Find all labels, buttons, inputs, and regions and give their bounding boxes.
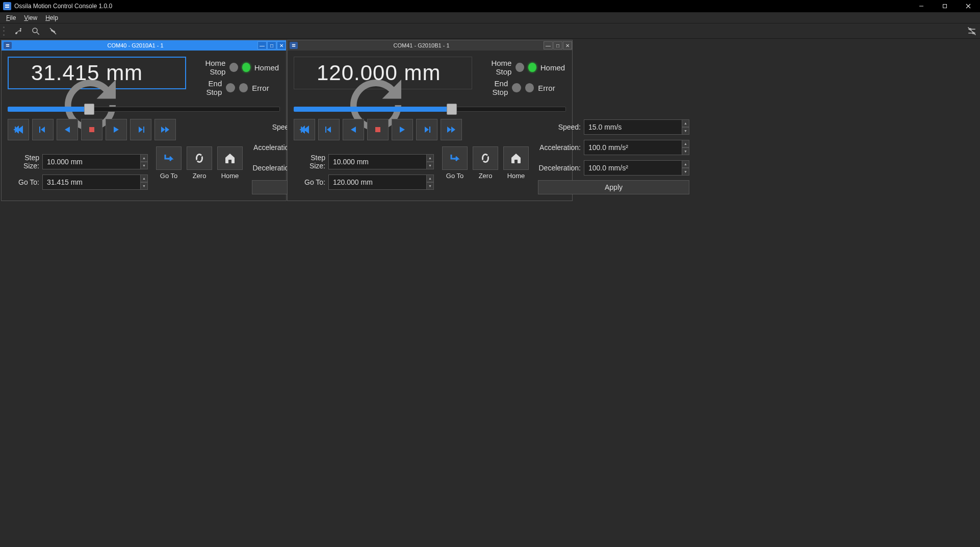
step-size-spin-down[interactable]: ▼ xyxy=(427,162,434,169)
deceleration-spin-down[interactable]: ▼ xyxy=(682,168,689,176)
acceleration-spin-down[interactable]: ▼ xyxy=(682,147,689,155)
panel-minimize-button[interactable]: — xyxy=(257,41,267,49)
zero-button[interactable] xyxy=(187,146,212,170)
error-led xyxy=(239,83,248,92)
position-slider[interactable] xyxy=(294,104,566,114)
svg-rect-20 xyxy=(292,46,295,47)
home-button-label: Home xyxy=(507,172,525,180)
home-button[interactable] xyxy=(217,146,243,170)
app-title: Ossila Motion Control Console 1.0.0 xyxy=(14,3,112,10)
apply-button[interactable]: Apply xyxy=(538,180,689,194)
svg-point-7 xyxy=(20,28,21,30)
position-display: 31.415 mm xyxy=(8,57,186,89)
position-value: 31.415 mm xyxy=(31,61,143,85)
jog-forward-button[interactable] xyxy=(392,119,413,140)
panel-close-button[interactable]: ✕ xyxy=(563,41,572,49)
goto-label: Go To: xyxy=(294,178,325,186)
app-icon xyxy=(3,2,11,10)
panel-close-button[interactable]: ✕ xyxy=(277,41,286,49)
jog-back-button[interactable] xyxy=(343,119,364,140)
jog-step-back-button[interactable] xyxy=(318,119,340,140)
jog-end-button[interactable] xyxy=(441,119,462,140)
panel-titlebar[interactable]: COM40 - G2010A1 - 1 — □ ✕ xyxy=(2,40,286,51)
window-close-button[interactable] xyxy=(957,0,980,12)
step-size-spin-up[interactable]: ▲ xyxy=(427,154,434,162)
speed-spin-up[interactable]: ▲ xyxy=(682,119,689,127)
svg-rect-3 xyxy=(943,5,947,8)
speed-label: Speed: xyxy=(538,123,581,131)
step-size-label: Step Size: xyxy=(8,154,39,170)
goto-button-label: Go To xyxy=(160,172,177,180)
end-stop-led xyxy=(226,83,235,92)
goto-spin-up[interactable]: ▲ xyxy=(141,175,148,182)
jog-step-forward-button[interactable] xyxy=(416,119,437,140)
acceleration-spin-up[interactable]: ▲ xyxy=(682,140,689,147)
svg-rect-1 xyxy=(5,7,9,8)
error-led xyxy=(525,83,534,92)
window-minimize-button[interactable] xyxy=(910,0,933,12)
device-panel-1: COM41 - G2010B1 - 1 — □ ✕ 120.000 mm Hom… xyxy=(287,40,573,201)
jog-home-button[interactable] xyxy=(8,119,29,140)
step-size-label: Step Size: xyxy=(294,154,325,170)
end-stop-label: End Stop xyxy=(191,79,222,96)
acceleration-input[interactable] xyxy=(584,140,682,155)
menu-view[interactable]: View xyxy=(20,13,41,22)
jog-end-button[interactable] xyxy=(154,119,176,140)
home-button-label: Home xyxy=(221,172,239,180)
toolbar-grip[interactable] xyxy=(3,27,5,36)
connect-icon[interactable] xyxy=(13,26,23,36)
menu-help[interactable]: Help xyxy=(41,13,62,22)
home-stop-led xyxy=(515,63,524,72)
settings-sliders-icon[interactable] xyxy=(967,26,977,36)
home-stop-label: Home Stop xyxy=(477,59,511,76)
jog-step-back-button[interactable] xyxy=(32,119,54,140)
refresh-icon[interactable] xyxy=(299,67,312,79)
goto-input[interactable] xyxy=(328,175,427,190)
jog-home-button[interactable] xyxy=(294,119,315,140)
home-stop-label: Home Stop xyxy=(191,59,225,76)
acceleration-label: Acceleration: xyxy=(538,143,581,152)
step-size-input[interactable] xyxy=(328,154,427,169)
panel-maximize-button[interactable]: □ xyxy=(553,41,562,49)
step-size-spin-up[interactable]: ▲ xyxy=(141,154,148,162)
window-maximize-button[interactable] xyxy=(933,0,957,12)
menubar: File View Help xyxy=(0,12,980,23)
homed-label: Homed xyxy=(254,63,280,72)
jog-forward-button[interactable] xyxy=(106,119,127,140)
refresh-icon[interactable] xyxy=(14,67,26,79)
jog-back-button[interactable] xyxy=(57,119,78,140)
speed-input[interactable] xyxy=(584,119,682,135)
zero-button-label: Zero xyxy=(479,172,493,180)
goto-button[interactable] xyxy=(156,146,182,170)
home-button[interactable] xyxy=(503,146,529,170)
panel-titlebar[interactable]: COM41 - G2010B1 - 1 — □ ✕ xyxy=(288,40,572,51)
goto-input[interactable] xyxy=(42,175,141,190)
step-size-input[interactable] xyxy=(42,154,141,169)
disconnect-icon[interactable] xyxy=(48,26,58,36)
speed-spin-down[interactable]: ▼ xyxy=(682,127,689,135)
deceleration-input[interactable] xyxy=(584,160,682,176)
goto-button[interactable] xyxy=(442,146,468,170)
svg-rect-19 xyxy=(292,44,295,45)
svg-rect-17 xyxy=(6,44,9,45)
jog-step-forward-button[interactable] xyxy=(130,119,151,140)
jog-stop-button[interactable] xyxy=(81,119,102,140)
panel-title: COM40 - G2010A1 - 1 xyxy=(14,42,257,48)
home-stop-led xyxy=(229,63,238,72)
zero-button[interactable] xyxy=(473,146,498,170)
goto-spin-down[interactable]: ▼ xyxy=(427,182,434,190)
goto-spin-down[interactable]: ▼ xyxy=(141,182,148,190)
end-stop-label: End Stop xyxy=(477,79,508,96)
goto-spin-up[interactable]: ▲ xyxy=(427,175,434,182)
svg-line-9 xyxy=(37,32,39,35)
step-size-spin-down[interactable]: ▼ xyxy=(141,162,148,169)
error-label: Error xyxy=(252,84,280,92)
position-slider[interactable] xyxy=(8,104,280,114)
search-icon[interactable] xyxy=(31,26,41,36)
panel-maximize-button[interactable]: □ xyxy=(267,41,276,49)
jog-stop-button[interactable] xyxy=(367,119,389,140)
panel-minimize-button[interactable]: — xyxy=(544,41,553,49)
deceleration-spin-up[interactable]: ▲ xyxy=(682,160,689,168)
menu-file[interactable]: File xyxy=(2,13,20,22)
deceleration-label: Deceleration: xyxy=(538,164,581,172)
